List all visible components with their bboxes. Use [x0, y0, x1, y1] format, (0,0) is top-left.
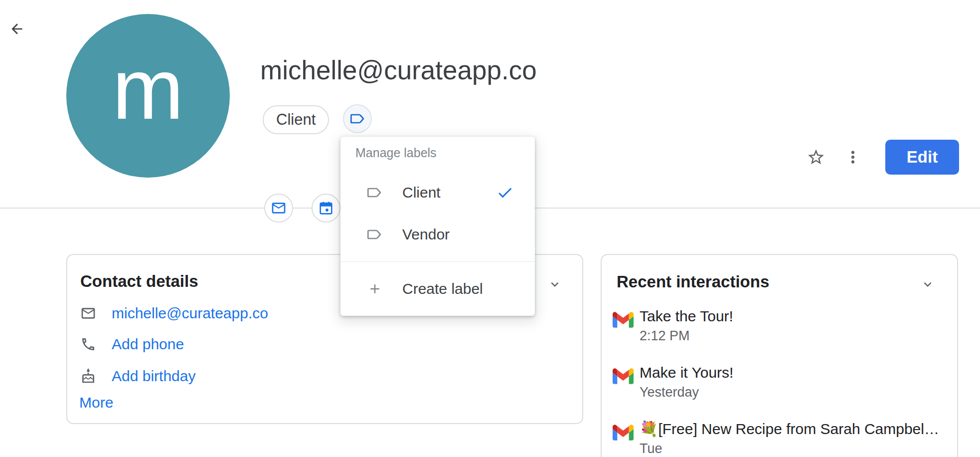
- chevron-down-icon: [547, 277, 562, 292]
- menu-item-label: Create label: [402, 280, 483, 297]
- interaction-item[interactable]: 💐[Free] New Recipe from Sarah Campbell +…: [613, 420, 942, 457]
- label-tag-icon: [349, 111, 365, 127]
- recent-interactions-title: Recent interactions: [617, 272, 769, 291]
- contact-email-link[interactable]: michelle@curateapp.co: [112, 305, 268, 322]
- manage-labels-menu: Manage labels Client Vendor Create label: [340, 137, 535, 316]
- gmail-icon: [613, 312, 634, 328]
- gmail-icon: [613, 368, 634, 384]
- mail-icon: [271, 200, 287, 216]
- add-phone-link[interactable]: Add phone: [112, 336, 184, 353]
- menu-item-create-label[interactable]: Create label: [340, 262, 535, 316]
- contact-details-title: Contact details: [80, 272, 198, 291]
- phone-icon: [80, 336, 96, 352]
- menu-item-label: Vendor: [402, 226, 450, 243]
- interaction-time: Yesterday: [640, 383, 733, 401]
- mail-icon: [80, 305, 96, 321]
- menu-item-label: Client: [402, 184, 441, 201]
- more-actions-button[interactable]: [843, 148, 862, 167]
- more-vert-icon: [843, 148, 862, 167]
- arrow-left-icon: [9, 21, 25, 37]
- send-email-button[interactable]: [264, 194, 293, 223]
- contact-details-collapse-button[interactable]: [547, 277, 562, 292]
- checkmark-icon: [496, 184, 514, 202]
- avatar-letter: m: [112, 46, 183, 132]
- interaction-time: Tue: [640, 440, 942, 457]
- add-birthday-row: Add birthday: [80, 365, 195, 387]
- chevron-down-icon: [920, 277, 935, 292]
- avatar: m: [66, 14, 230, 178]
- label-tag-icon: [366, 227, 382, 242]
- menu-item-vendor[interactable]: Vendor: [340, 214, 535, 255]
- manage-labels-button[interactable]: [343, 104, 372, 133]
- calendar-icon: [318, 200, 334, 216]
- interaction-time: 2:12 PM: [640, 327, 733, 345]
- add-phone-row: Add phone: [80, 333, 184, 355]
- interaction-title: 💐[Free] New Recipe from Sarah Campbell +…: [640, 420, 942, 439]
- star-contact-button[interactable]: [807, 148, 825, 167]
- recent-interactions-collapse-button[interactable]: [920, 277, 935, 292]
- schedule-event-button[interactable]: [312, 194, 340, 223]
- birthday-cake-icon: [80, 368, 96, 384]
- add-birthday-link[interactable]: Add birthday: [112, 368, 195, 385]
- gmail-icon: [613, 425, 634, 441]
- label-chip-client[interactable]: Client: [263, 105, 329, 134]
- interaction-title: Make it Yours!: [640, 363, 733, 382]
- interaction-text: Make it Yours! Yesterday: [640, 363, 733, 401]
- plus-icon: [367, 281, 382, 296]
- interaction-text: 💐[Free] New Recipe from Sarah Campbell +…: [640, 420, 942, 457]
- label-tag-icon: [366, 185, 382, 201]
- interaction-item[interactable]: Make it Yours! Yesterday: [613, 363, 942, 401]
- back-button[interactable]: [9, 21, 25, 37]
- contact-email-row: michelle@curateapp.co: [80, 302, 268, 324]
- star-outline-icon: [807, 148, 825, 167]
- interaction-text: Take the Tour! 2:12 PM: [640, 307, 733, 345]
- more-link[interactable]: More: [79, 394, 113, 411]
- menu-item-client[interactable]: Client: [340, 172, 535, 214]
- page-title: michelle@curateapp.co: [260, 55, 537, 86]
- interaction-title: Take the Tour!: [640, 307, 733, 326]
- contact-detail-page: m michelle@curateapp.co Client: [0, 0, 980, 457]
- edit-button[interactable]: Edit: [885, 140, 959, 175]
- manage-labels-menu-header: Manage labels: [355, 145, 437, 161]
- interaction-item[interactable]: Take the Tour! 2:12 PM: [613, 307, 942, 345]
- recent-interactions-card: Recent interactions Take the Tour! 2:12 …: [601, 254, 958, 457]
